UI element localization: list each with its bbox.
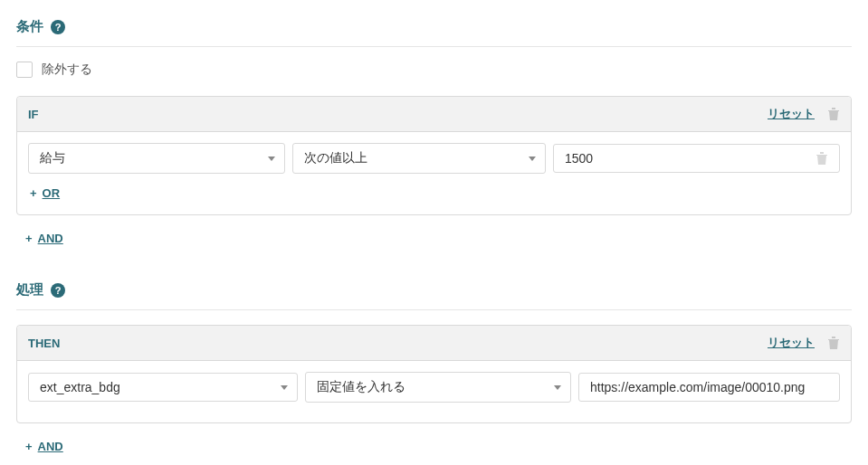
then-block: THEN リセット ext_extra_bdg 固定値を入れる https://… xyxy=(16,325,852,423)
action-value-input[interactable]: https://example.com/image/00010.png xyxy=(578,373,840,402)
and-button-label: AND xyxy=(38,232,63,245)
trash-icon[interactable] xyxy=(816,151,828,166)
exclude-label: 除外する xyxy=(42,62,92,78)
trash-icon[interactable] xyxy=(827,107,840,121)
if-block-header: IF リセット xyxy=(17,97,851,132)
process-section-title: 処理 xyxy=(16,281,43,299)
field-select-value: 給与 xyxy=(40,150,65,165)
action-select[interactable]: 固定値を入れる xyxy=(305,372,571,403)
then-block-body: ext_extra_bdg 固定値を入れる https://example.co… xyxy=(17,361,851,422)
then-action-row: ext_extra_bdg 固定値を入れる https://example.co… xyxy=(28,372,840,403)
and-button[interactable]: + AND xyxy=(24,436,65,457)
process-section-header: 処理 ? xyxy=(16,281,852,310)
if-reset-link[interactable]: リセット xyxy=(768,106,815,122)
exclude-row: 除外する xyxy=(16,62,852,78)
then-block-label: THEN xyxy=(28,337,60,350)
if-block-body: 給与 次の値以上 1500 + OR xyxy=(17,132,851,214)
if-block: IF リセット 給与 次の値以上 1500 xyxy=(16,96,852,215)
field-select[interactable]: 給与 xyxy=(28,143,285,174)
action-select-value: 固定値を入れる xyxy=(317,379,405,394)
condition-section-header: 条件 ? xyxy=(16,18,852,47)
help-icon[interactable]: ? xyxy=(51,20,65,34)
plus-icon: + xyxy=(25,440,33,453)
value-input[interactable]: 1500 xyxy=(553,144,840,173)
operator-select[interactable]: 次の値以上 xyxy=(292,143,546,174)
and-button-label: AND xyxy=(38,440,63,453)
or-button[interactable]: + OR xyxy=(28,183,62,204)
if-condition-row: 給与 次の値以上 1500 xyxy=(28,143,840,174)
plus-icon: + xyxy=(25,232,33,245)
value-wrap: 1500 xyxy=(553,144,840,173)
trash-icon[interactable] xyxy=(827,336,840,350)
condition-section-title: 条件 xyxy=(16,18,43,35)
then-reset-link[interactable]: リセット xyxy=(768,335,815,351)
value-input-text: 1500 xyxy=(565,151,593,166)
and-button[interactable]: + AND xyxy=(24,228,65,249)
target-select-value: ext_extra_bdg xyxy=(40,380,120,394)
or-button-label: OR xyxy=(43,186,61,200)
exclude-checkbox[interactable] xyxy=(16,62,33,78)
help-icon[interactable]: ? xyxy=(51,283,65,298)
then-block-header-right: リセット xyxy=(768,335,840,351)
plus-icon: + xyxy=(30,186,37,200)
operator-select-value: 次の値以上 xyxy=(304,150,367,165)
then-block-header: THEN リセット xyxy=(17,326,851,361)
if-block-header-right: リセット xyxy=(768,106,840,122)
if-block-label: IF xyxy=(28,108,39,121)
target-select[interactable]: ext_extra_bdg xyxy=(28,373,298,402)
action-value-text: https://example.com/image/00010.png xyxy=(590,380,805,394)
